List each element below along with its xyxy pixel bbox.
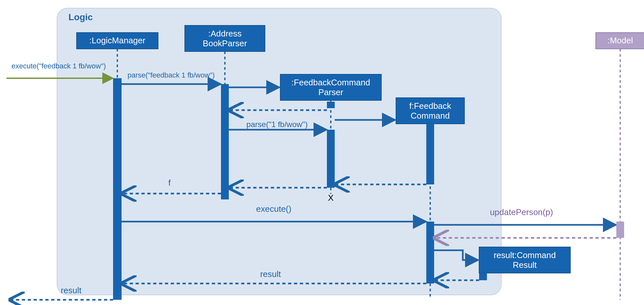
commandresult-label-2: Result <box>513 260 537 270</box>
logic-frame <box>57 8 501 295</box>
execute-in-label: execute("feedback 1 fb/wow") <box>11 62 106 70</box>
fcparser-activation <box>327 130 335 188</box>
feedbackcommand-label-2: Command <box>411 111 450 121</box>
feedbackcommandparser-label-1: :FeedbackCommand <box>291 78 370 87</box>
feedbackcommandparser-label-2: Parser <box>318 87 344 97</box>
logicmanager-label: :LogicManager <box>89 36 145 45</box>
parse2-label: parse("1 fb/wow") <box>246 120 308 129</box>
fc-activation-exec <box>426 222 434 283</box>
fcparser-activation-create <box>327 102 335 108</box>
f-label: f <box>168 178 171 188</box>
commandresult-label-1: result:Command <box>494 250 556 260</box>
model-activation <box>616 222 624 238</box>
parse1-label: parse("feedback 1 fb/wow") <box>127 71 215 79</box>
addressbookparser-label-1: :Address <box>208 29 242 38</box>
logic-frame-label: Logic <box>68 12 93 22</box>
logicmanager-activation <box>113 78 122 300</box>
result-label: result <box>260 269 281 279</box>
fc-activation-create <box>426 124 434 184</box>
result-out-label: result <box>61 285 81 295</box>
commandresult-activation <box>479 273 487 280</box>
addressbookparser-activation <box>221 84 229 199</box>
addressbookparser-label-2: BookParser <box>203 38 247 48</box>
updateperson-label: updatePerson(p) <box>490 207 553 217</box>
execute-label: execute() <box>256 204 291 214</box>
feedbackcommand-label-1: f:Feedback <box>409 101 452 111</box>
destroy-x: X <box>328 193 333 203</box>
model-label: :Model <box>607 36 633 45</box>
